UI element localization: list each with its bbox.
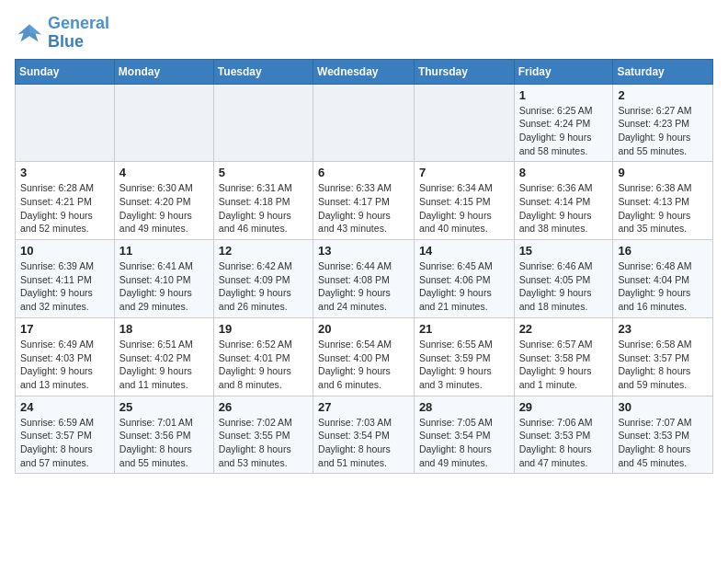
calendar-cell: 18Sunrise: 6:51 AMSunset: 4:02 PMDayligh… [114, 317, 213, 396]
day-number: 28 [419, 400, 509, 414]
calendar-week-4: 17Sunrise: 6:49 AMSunset: 4:03 PMDayligh… [16, 317, 713, 396]
calendar-cell: 5Sunrise: 6:31 AMSunset: 4:18 PMDaylight… [213, 162, 313, 240]
day-info: Sunrise: 6:42 AMSunset: 4:09 PMDaylight:… [219, 259, 308, 314]
calendar-cell: 24Sunrise: 6:59 AMSunset: 3:57 PMDayligh… [16, 396, 115, 474]
day-info: Sunrise: 6:46 AMSunset: 4:05 PMDaylight:… [519, 259, 609, 314]
calendar-table: SundayMondayTuesdayWednesdayThursdayFrid… [15, 59, 713, 475]
day-number: 1 [519, 88, 609, 102]
day-info: Sunrise: 6:38 AMSunset: 4:13 PMDaylight:… [618, 181, 708, 236]
calendar-cell: 7Sunrise: 6:34 AMSunset: 4:15 PMDaylight… [414, 162, 514, 240]
calendar-cell: 28Sunrise: 7:05 AMSunset: 3:54 PMDayligh… [414, 396, 514, 474]
calendar-cell: 11Sunrise: 6:41 AMSunset: 4:10 PMDayligh… [114, 240, 213, 318]
calendar-week-1: 1Sunrise: 6:25 AMSunset: 4:24 PMDaylight… [16, 84, 713, 162]
day-number: 16 [618, 244, 708, 258]
calendar-body: 1Sunrise: 6:25 AMSunset: 4:24 PMDaylight… [16, 84, 713, 474]
calendar-cell: 12Sunrise: 6:42 AMSunset: 4:09 PMDayligh… [213, 240, 313, 318]
day-header-wednesday: Wednesday [313, 59, 415, 84]
calendar-week-5: 24Sunrise: 6:59 AMSunset: 3:57 PMDayligh… [16, 396, 713, 474]
day-header-monday: Monday [114, 59, 213, 84]
day-info: Sunrise: 6:30 AMSunset: 4:20 PMDaylight:… [119, 181, 209, 236]
calendar-cell [213, 84, 313, 162]
day-info: Sunrise: 6:39 AMSunset: 4:11 PMDaylight:… [20, 259, 109, 314]
day-number: 25 [119, 400, 209, 414]
calendar-cell [114, 84, 213, 162]
day-info: Sunrise: 7:01 AMSunset: 3:56 PMDaylight:… [119, 416, 209, 470]
calendar-week-2: 3Sunrise: 6:28 AMSunset: 4:21 PMDaylight… [16, 162, 713, 240]
calendar-cell: 14Sunrise: 6:45 AMSunset: 4:06 PMDayligh… [414, 240, 514, 318]
day-info: Sunrise: 6:59 AMSunset: 3:57 PMDaylight:… [20, 416, 109, 470]
day-info: Sunrise: 6:45 AMSunset: 4:06 PMDaylight:… [419, 259, 509, 314]
day-number: 24 [20, 400, 109, 414]
day-info: Sunrise: 7:05 AMSunset: 3:54 PMDaylight:… [419, 416, 509, 470]
day-number: 27 [318, 400, 409, 414]
day-number: 6 [318, 166, 409, 179]
calendar-cell [414, 84, 514, 162]
calendar-header: SundayMondayTuesdayWednesdayThursdayFrid… [16, 59, 713, 84]
day-info: Sunrise: 6:44 AMSunset: 4:08 PMDaylight:… [318, 259, 409, 314]
calendar-cell: 16Sunrise: 6:48 AMSunset: 4:04 PMDayligh… [613, 240, 713, 318]
calendar-cell: 30Sunrise: 7:07 AMSunset: 3:53 PMDayligh… [613, 396, 713, 474]
calendar-cell: 15Sunrise: 6:46 AMSunset: 4:05 PMDayligh… [514, 240, 613, 318]
header: General Blue [15, 15, 713, 52]
calendar-cell: 21Sunrise: 6:55 AMSunset: 3:59 PMDayligh… [414, 317, 514, 396]
day-number: 17 [20, 322, 109, 336]
calendar-cell: 25Sunrise: 7:01 AMSunset: 3:56 PMDayligh… [114, 396, 213, 474]
day-number: 19 [219, 322, 308, 336]
calendar-cell: 1Sunrise: 6:25 AMSunset: 4:24 PMDaylight… [514, 84, 613, 162]
day-info: Sunrise: 6:54 AMSunset: 4:00 PMDaylight:… [318, 338, 409, 392]
calendar-cell [16, 84, 115, 162]
day-info: Sunrise: 6:34 AMSunset: 4:15 PMDaylight:… [419, 181, 509, 236]
calendar-cell: 29Sunrise: 7:06 AMSunset: 3:53 PMDayligh… [514, 396, 613, 474]
day-number: 22 [519, 322, 609, 336]
day-number: 30 [618, 400, 708, 414]
day-number: 8 [519, 166, 609, 179]
day-header-friday: Friday [514, 59, 613, 84]
day-number: 12 [219, 244, 308, 258]
day-header-sunday: Sunday [16, 59, 115, 84]
day-info: Sunrise: 6:49 AMSunset: 4:03 PMDaylight:… [20, 338, 109, 392]
day-number: 4 [119, 166, 209, 179]
day-info: Sunrise: 6:48 AMSunset: 4:04 PMDaylight:… [618, 259, 708, 314]
logo-icon [15, 18, 44, 48]
day-number: 2 [618, 88, 708, 102]
calendar-cell: 4Sunrise: 6:30 AMSunset: 4:20 PMDaylight… [114, 162, 213, 240]
day-info: Sunrise: 6:57 AMSunset: 3:58 PMDaylight:… [519, 338, 609, 392]
day-info: Sunrise: 6:51 AMSunset: 4:02 PMDaylight:… [119, 338, 209, 392]
day-info: Sunrise: 7:06 AMSunset: 3:53 PMDaylight:… [519, 416, 609, 470]
day-number: 20 [318, 322, 409, 336]
day-info: Sunrise: 6:41 AMSunset: 4:10 PMDaylight:… [119, 259, 209, 314]
day-info: Sunrise: 6:28 AMSunset: 4:21 PMDaylight:… [20, 181, 109, 236]
day-info: Sunrise: 7:02 AMSunset: 3:55 PMDaylight:… [219, 416, 308, 470]
day-info: Sunrise: 7:07 AMSunset: 3:53 PMDaylight:… [618, 416, 708, 470]
calendar-cell: 3Sunrise: 6:28 AMSunset: 4:21 PMDaylight… [16, 162, 115, 240]
svg-marker-1 [29, 24, 41, 34]
day-info: Sunrise: 6:36 AMSunset: 4:14 PMDaylight:… [519, 181, 609, 236]
calendar-week-3: 10Sunrise: 6:39 AMSunset: 4:11 PMDayligh… [16, 240, 713, 318]
day-number: 21 [419, 322, 509, 336]
calendar-cell: 23Sunrise: 6:58 AMSunset: 3:57 PMDayligh… [613, 317, 713, 396]
day-header-tuesday: Tuesday [213, 59, 313, 84]
calendar-cell: 20Sunrise: 6:54 AMSunset: 4:00 PMDayligh… [313, 317, 415, 396]
calendar-cell: 19Sunrise: 6:52 AMSunset: 4:01 PMDayligh… [213, 317, 313, 396]
day-number: 18 [119, 322, 209, 336]
day-info: Sunrise: 6:27 AMSunset: 4:23 PMDaylight:… [618, 104, 708, 158]
calendar-cell: 6Sunrise: 6:33 AMSunset: 4:17 PMDaylight… [313, 162, 415, 240]
day-number: 9 [618, 166, 708, 179]
logo-text: General Blue [48, 15, 109, 52]
calendar-cell: 8Sunrise: 6:36 AMSunset: 4:14 PMDaylight… [514, 162, 613, 240]
day-info: Sunrise: 6:58 AMSunset: 3:57 PMDaylight:… [618, 338, 708, 392]
day-number: 3 [20, 166, 109, 179]
calendar-cell: 22Sunrise: 6:57 AMSunset: 3:58 PMDayligh… [514, 317, 613, 396]
calendar-cell: 26Sunrise: 7:02 AMSunset: 3:55 PMDayligh… [213, 396, 313, 474]
calendar-cell [313, 84, 415, 162]
day-info: Sunrise: 6:52 AMSunset: 4:01 PMDaylight:… [219, 338, 308, 392]
day-number: 7 [419, 166, 509, 179]
calendar-cell: 2Sunrise: 6:27 AMSunset: 4:23 PMDaylight… [613, 84, 713, 162]
day-info: Sunrise: 7:03 AMSunset: 3:54 PMDaylight:… [318, 416, 409, 470]
day-info: Sunrise: 6:25 AMSunset: 4:24 PMDaylight:… [519, 104, 609, 158]
day-number: 15 [519, 244, 609, 258]
day-number: 5 [219, 166, 308, 179]
day-info: Sunrise: 6:33 AMSunset: 4:17 PMDaylight:… [318, 181, 409, 236]
day-number: 14 [419, 244, 509, 258]
day-header-thursday: Thursday [414, 59, 514, 84]
